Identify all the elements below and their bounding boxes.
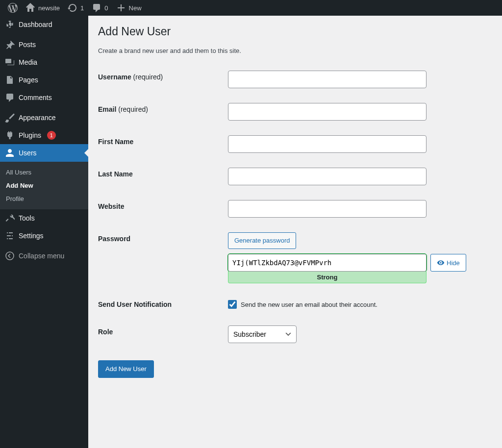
page-description: Create a brand new user and add them to …	[98, 47, 492, 54]
email-label: Email (required)	[98, 96, 223, 128]
comment-icon	[92, 3, 101, 13]
menu-media[interactable]: Media	[0, 53, 88, 71]
plugins-badge: 1	[47, 131, 56, 140]
svg-point-0	[6, 252, 14, 260]
menu-settings[interactable]: Settings	[0, 227, 88, 245]
username-label: Username (required)	[98, 63, 223, 96]
comments-count: 0	[104, 4, 108, 12]
users-submenu: All Users Add New Profile	[0, 162, 88, 209]
menu-plugins[interactable]: Plugins 1	[0, 126, 88, 144]
notification-checkbox[interactable]	[228, 300, 237, 309]
submit-button[interactable]: Add New User	[98, 360, 154, 378]
hide-password-button[interactable]: Hide	[430, 254, 466, 272]
pages-icon	[5, 75, 15, 85]
dashboard-icon	[5, 20, 15, 29]
collapse-menu[interactable]: Collapse menu	[0, 247, 88, 265]
main-content: Add New User Create a brand new user and…	[88, 16, 502, 448]
notification-text[interactable]: Send the new user an email about their a…	[241, 301, 377, 308]
site-name: newsite	[38, 4, 60, 12]
first-name-label: First Name	[98, 128, 223, 160]
brush-icon	[5, 113, 15, 123]
last-name-input[interactable]	[228, 168, 427, 185]
wordpress-icon	[8, 3, 18, 13]
menu-tools[interactable]: Tools	[0, 209, 88, 227]
menu-dashboard[interactable]: Dashboard	[0, 16, 88, 33]
updates-link[interactable]: 1	[64, 0, 88, 16]
username-input[interactable]	[228, 71, 427, 88]
new-content-link[interactable]: New	[112, 0, 146, 16]
submenu-profile[interactable]: Profile	[0, 192, 88, 205]
menu-appearance[interactable]: Appearance	[0, 109, 88, 126]
submenu-add-new[interactable]: Add New	[0, 179, 88, 192]
media-icon	[5, 57, 15, 67]
website-input[interactable]	[228, 200, 427, 218]
website-label: Website	[98, 193, 223, 225]
update-icon	[68, 3, 77, 13]
comments-link[interactable]: 0	[88, 0, 112, 16]
page-title: Add New User	[98, 21, 492, 47]
password-label: Password	[98, 225, 223, 291]
last-name-label: Last Name	[98, 160, 223, 193]
first-name-input[interactable]	[228, 135, 427, 153]
generate-password-button[interactable]: Generate password	[228, 232, 296, 249]
role-label: Role	[98, 318, 223, 350]
home-icon	[25, 3, 35, 13]
submenu-all-users[interactable]: All Users	[0, 166, 88, 179]
menu-pages[interactable]: Pages	[0, 71, 88, 89]
site-name-link[interactable]: newsite	[22, 0, 64, 16]
plugin-icon	[5, 130, 15, 140]
eye-slash-icon	[437, 259, 445, 267]
menu-posts[interactable]: Posts	[0, 36, 88, 53]
email-input[interactable]	[228, 103, 427, 121]
collapse-icon	[5, 251, 15, 261]
pin-icon	[5, 40, 15, 50]
user-icon	[5, 148, 15, 158]
admin-bar: newsite 1 0 New	[0, 0, 502, 16]
comments-icon	[5, 93, 15, 102]
admin-sidebar: Dashboard Posts Media Pages Comments App…	[0, 16, 88, 448]
new-label: New	[129, 4, 142, 12]
password-input[interactable]	[228, 254, 427, 272]
plus-icon	[116, 3, 126, 13]
updates-count: 1	[80, 4, 84, 12]
menu-users[interactable]: Users	[0, 144, 88, 162]
role-select[interactable]: Subscriber	[228, 325, 297, 343]
notification-label: Send User Notification	[98, 291, 223, 318]
settings-icon	[5, 231, 15, 241]
tools-icon	[5, 213, 15, 223]
password-strength: Strong	[228, 272, 427, 283]
menu-comments[interactable]: Comments	[0, 89, 88, 106]
wp-logo[interactable]	[4, 0, 22, 16]
